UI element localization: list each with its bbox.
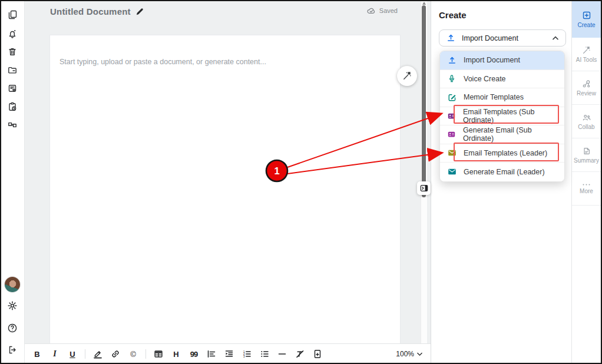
copy-icon[interactable] bbox=[8, 10, 17, 19]
people-icon bbox=[582, 113, 591, 122]
select-value: Import Document bbox=[462, 34, 546, 42]
logout-icon[interactable] bbox=[8, 345, 17, 355]
italic-button[interactable]: I bbox=[48, 347, 62, 361]
compose-icon bbox=[447, 93, 457, 102]
summary-doc-icon bbox=[583, 147, 591, 155]
cloud-saved-icon bbox=[367, 7, 376, 14]
create-dropdown-menu: Import Document Voice Create Memoir Temp… bbox=[439, 51, 565, 182]
upload-icon bbox=[447, 56, 457, 65]
right-sidebar: Create AI Tools Review Collab Summary bbox=[571, 1, 601, 363]
envelope-icon bbox=[447, 168, 457, 176]
add-square-icon bbox=[582, 11, 591, 20]
menu-item-memoir-templates[interactable]: Memoir Templates bbox=[440, 88, 564, 107]
indent-button[interactable] bbox=[222, 347, 236, 361]
tab-create[interactable]: Create bbox=[572, 1, 601, 38]
numbered-list-button[interactable]: 123 bbox=[240, 347, 254, 361]
create-panel: Create Import Document Import Document V… bbox=[431, 0, 571, 364]
upload-icon bbox=[446, 34, 455, 42]
help-icon[interactable] bbox=[7, 323, 17, 333]
heading-button[interactable]: H bbox=[169, 347, 183, 361]
toggle-side-panel-button[interactable] bbox=[417, 181, 431, 195]
horizontal-rule-button[interactable] bbox=[275, 347, 289, 361]
magic-wand-icon bbox=[582, 46, 591, 55]
chevron-down-icon bbox=[417, 352, 422, 356]
save-status: Saved bbox=[367, 7, 398, 14]
document-gear-icon[interactable] bbox=[8, 84, 17, 93]
document-canvas[interactable]: Start typing, upload or paste a document… bbox=[50, 35, 400, 343]
notifications-icon[interactable] bbox=[8, 29, 17, 38]
envelope-icon bbox=[447, 149, 457, 157]
app-window: Untitled Document Saved Start typing, up… bbox=[0, 0, 602, 364]
panel-title: Create bbox=[439, 10, 467, 20]
menu-item-email-templates-subordinate[interactable]: Email Templates (Sub Ordinate) bbox=[440, 107, 564, 126]
magic-wand-button[interactable] bbox=[397, 66, 417, 86]
main-editor-area: Untitled Document Saved Start typing, up… bbox=[25, 0, 431, 364]
microphone-icon bbox=[447, 74, 457, 83]
highlight-button[interactable] bbox=[91, 347, 105, 361]
copyright-button[interactable]: © bbox=[126, 347, 140, 361]
blockquote-button[interactable]: 99 bbox=[187, 347, 201, 361]
folder-icon[interactable] bbox=[8, 65, 17, 75]
zoom-control[interactable]: 100% bbox=[396, 350, 422, 358]
menu-item-email-templates-leader[interactable]: Email Templates (Leader) bbox=[440, 144, 564, 163]
contact-card-icon bbox=[447, 112, 456, 120]
edit-title-pencil-icon[interactable] bbox=[135, 7, 144, 16]
workflow-icon[interactable] bbox=[8, 120, 17, 130]
insert-page-button[interactable] bbox=[310, 347, 325, 361]
tab-more[interactable]: More bbox=[572, 172, 601, 206]
tab-collab[interactable]: Collab bbox=[572, 105, 601, 138]
svg-text:3: 3 bbox=[243, 355, 245, 358]
menu-item-generate-email-leader[interactable]: Generate Email (Leader) bbox=[440, 163, 564, 181]
menu-item-import-document[interactable]: Import Document bbox=[440, 51, 564, 70]
scrollbar-thumb[interactable] bbox=[422, 5, 426, 197]
review-nodes-icon bbox=[582, 80, 591, 88]
link-button[interactable] bbox=[108, 347, 123, 361]
zoom-level: 100% bbox=[396, 350, 414, 358]
settings-gear-icon[interactable] bbox=[7, 301, 17, 311]
underline-button[interactable]: U bbox=[65, 347, 80, 361]
bullet-list-button[interactable] bbox=[257, 347, 272, 361]
toolbar-divider bbox=[85, 349, 85, 359]
tab-ai-tools[interactable]: AI Tools bbox=[572, 38, 601, 71]
editor-placeholder: Start typing, upload or paste a document… bbox=[59, 58, 266, 66]
bold-button[interactable]: B bbox=[30, 347, 44, 361]
tab-summary[interactable]: Summary bbox=[572, 138, 601, 172]
menu-item-voice-create[interactable]: Voice Create bbox=[440, 70, 564, 89]
trash-icon[interactable] bbox=[8, 47, 17, 57]
page-title: Untitled Document bbox=[50, 6, 131, 16]
contact-card-icon bbox=[447, 130, 456, 138]
clear-formatting-button[interactable] bbox=[293, 347, 307, 361]
clipboard-clock-icon[interactable] bbox=[8, 102, 17, 111]
chevron-up-icon bbox=[553, 36, 558, 40]
tab-review[interactable]: Review bbox=[572, 71, 601, 105]
create-type-select[interactable]: Import Document bbox=[439, 29, 566, 47]
align-left-button[interactable] bbox=[204, 347, 219, 361]
format-toolbar: B I U © H 99 123 bbox=[25, 343, 431, 364]
insert-table-button[interactable] bbox=[151, 347, 166, 361]
avatar[interactable] bbox=[5, 277, 20, 292]
toolbar-divider bbox=[145, 349, 146, 359]
ellipsis-icon bbox=[582, 183, 591, 186]
menu-item-generate-email-subordinate[interactable]: Generate Email (Sub Ordinate) bbox=[440, 125, 564, 144]
left-sidebar bbox=[0, 0, 25, 364]
scrollbar-up-arrow-icon[interactable] bbox=[422, 2, 426, 5]
